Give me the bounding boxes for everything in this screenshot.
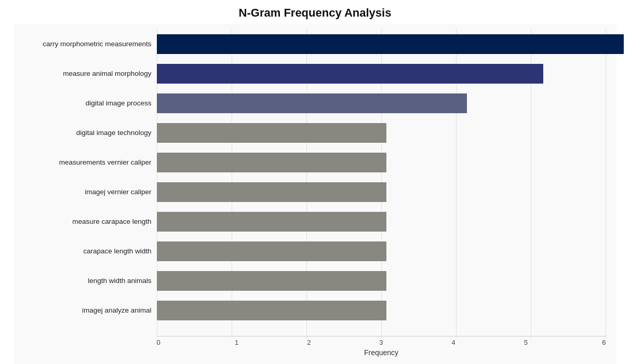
bar-label: measure carapace length [14, 218, 157, 225]
bar-label: digital image technology [14, 129, 157, 137]
x-axis-ticks: 0123456 [157, 336, 606, 346]
bar-row: imagej analyze animal [14, 295, 616, 325]
bar-row: length width animals [14, 266, 616, 295]
x-tick: 4 [446, 339, 461, 346]
x-tick: 5 [518, 339, 533, 346]
bar-track [157, 212, 616, 232]
x-tick: 3 [373, 339, 389, 346]
chart-container: N-Gram Frequency Analysis carry morphome… [0, 0, 630, 364]
bar-row: measure animal morphology [14, 59, 616, 88]
bar-label: carapace length width [14, 247, 157, 255]
x-tick: 1 [229, 339, 245, 346]
bar-fill [157, 212, 387, 232]
bar-fill [157, 34, 624, 54]
bar-label: length width animals [14, 277, 157, 285]
bar-track [157, 153, 616, 172]
bar-row: imagej vernier caliper [14, 177, 616, 207]
bar-track [157, 182, 616, 202]
bar-fill [157, 301, 387, 320]
bar-fill [157, 153, 387, 172]
bar-row: carapace length width [14, 236, 616, 266]
bar-fill [157, 241, 387, 261]
bar-row: measure carapace length [14, 207, 616, 236]
bar-label: measurements vernier caliper [14, 158, 157, 166]
bar-label: imagej analyze animal [14, 306, 157, 314]
bar-fill [157, 64, 544, 84]
bar-row: digital image process [14, 88, 616, 118]
bar-fill [157, 271, 387, 291]
bar-fill [157, 123, 387, 143]
x-axis-label: Frequency [157, 348, 606, 357]
x-tick: 0 [157, 339, 172, 346]
bar-label: measure animal morphology [14, 70, 157, 77]
bar-label: carry morphometric measurements [14, 40, 157, 48]
chart-area: carry morphometric measurementsmeasure a… [14, 24, 616, 364]
bar-track [157, 271, 616, 291]
bar-fill [157, 93, 467, 113]
bar-label: imagej vernier caliper [14, 188, 157, 196]
bar-track [157, 301, 616, 320]
bar-track [157, 64, 616, 84]
bar-track [157, 241, 616, 261]
bar-track [157, 93, 616, 113]
bar-row: carry morphometric measurements [14, 29, 616, 59]
bar-row: measurements vernier caliper [14, 147, 616, 177]
bar-track [157, 123, 616, 143]
chart-title: N-Gram Frequency Analysis [239, 6, 392, 20]
bar-fill [157, 182, 387, 202]
x-tick: 6 [590, 339, 606, 346]
bar-row: digital image technology [14, 118, 616, 147]
x-axis: 0123456 Frequency [157, 336, 606, 357]
bar-label: digital image process [14, 99, 157, 107]
bar-track [157, 34, 616, 54]
x-tick: 2 [301, 339, 317, 346]
bars-container: carry morphometric measurementsmeasure a… [14, 29, 616, 325]
